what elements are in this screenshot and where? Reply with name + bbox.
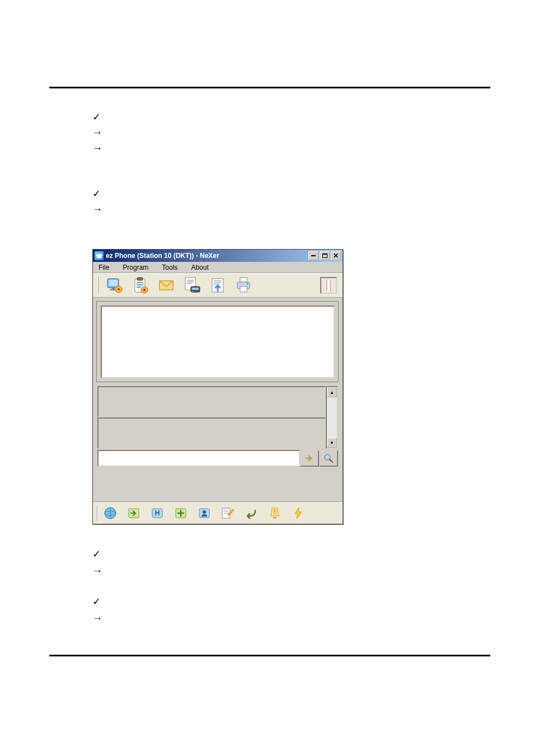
svg-point-5 xyxy=(118,288,120,290)
svg-rect-2 xyxy=(111,288,115,289)
svg-rect-24 xyxy=(240,278,247,282)
window-title: ez Phone (Station 10 (DKT)) - NeXer xyxy=(106,252,219,260)
bullet-check: ✓ xyxy=(92,546,102,562)
titlebar[interactable]: ☎ ez Phone (Station 10 (DKT)) - NeXer ✕ xyxy=(93,250,343,262)
svg-rect-21 xyxy=(214,280,222,281)
bottom-bullets-2: ✓ → xyxy=(92,593,102,627)
svg-rect-42 xyxy=(223,513,227,514)
top-bullets: ✓ → → xyxy=(92,109,102,156)
user-box-icon[interactable] xyxy=(194,504,215,522)
document-device-icon[interactable] xyxy=(180,275,204,295)
bell-alert-icon[interactable]: ! xyxy=(264,504,285,522)
mid-bullets: ✓ → xyxy=(92,186,102,217)
main-toolbar xyxy=(93,273,343,298)
globe-icon[interactable] xyxy=(100,504,121,522)
clipboard-settings-icon[interactable] xyxy=(129,275,152,295)
search-button[interactable] xyxy=(319,450,338,467)
menu-about[interactable]: About xyxy=(184,262,215,273)
record-button[interactable] xyxy=(320,277,337,294)
scroll-up-button[interactable]: ▲ xyxy=(327,387,337,397)
bullet-check: ✓ xyxy=(92,109,102,125)
svg-rect-15 xyxy=(187,281,194,283)
scroll-track[interactable] xyxy=(327,397,337,438)
svg-point-27 xyxy=(247,283,249,285)
forward-box-icon[interactable] xyxy=(123,504,144,522)
svg-rect-10 xyxy=(137,287,141,288)
app-icon: ☎ xyxy=(95,251,104,260)
scroll-down-button[interactable]: ▼ xyxy=(327,438,337,448)
svg-rect-7 xyxy=(137,278,143,280)
bottom-toolbar: H ! xyxy=(93,501,343,524)
minimize-button[interactable] xyxy=(308,251,318,260)
svg-rect-1 xyxy=(109,280,118,286)
document-up-icon[interactable] xyxy=(206,275,229,295)
svg-rect-16 xyxy=(187,283,191,284)
display-screen xyxy=(101,306,335,378)
monitor-settings-icon[interactable] xyxy=(103,275,127,295)
maximize-button[interactable] xyxy=(320,251,330,260)
printer-icon[interactable] xyxy=(232,275,255,295)
status-scrollbar[interactable]: ▲ ▼ xyxy=(326,386,338,449)
dial-input[interactable] xyxy=(97,450,300,467)
svg-text:H: H xyxy=(155,509,160,517)
display-frame xyxy=(96,301,339,383)
go-button[interactable] xyxy=(300,450,319,467)
svg-line-29 xyxy=(330,459,332,462)
input-row xyxy=(97,450,338,467)
svg-text:!: ! xyxy=(274,509,276,515)
menubar: File Program Tools About xyxy=(93,262,343,273)
toolbar-separator xyxy=(99,276,100,294)
svg-rect-41 xyxy=(223,511,229,512)
svg-rect-18 xyxy=(192,288,199,290)
bullet-arrow: → xyxy=(92,140,102,156)
mail-icon[interactable] xyxy=(154,275,178,295)
edit-paper-icon[interactable] xyxy=(217,504,238,522)
svg-rect-26 xyxy=(240,287,247,292)
close-button[interactable]: ✕ xyxy=(331,251,341,260)
svg-rect-9 xyxy=(137,284,143,285)
bullet-check: ✓ xyxy=(92,593,102,610)
bullet-arrow: → xyxy=(92,125,102,140)
svg-rect-22 xyxy=(214,282,222,283)
reply-arrow-icon[interactable] xyxy=(241,504,262,522)
status-row-2 xyxy=(97,417,326,449)
svg-rect-40 xyxy=(223,510,229,510)
toolbar-separator xyxy=(97,505,98,521)
svg-rect-8 xyxy=(137,282,143,283)
svg-point-38 xyxy=(203,510,206,514)
bullet-arrow: → xyxy=(92,201,102,217)
svg-rect-14 xyxy=(187,280,194,281)
bullet-arrow: → xyxy=(92,610,102,627)
page-bottom-rule xyxy=(49,655,490,656)
hold-icon[interactable]: H xyxy=(147,504,168,522)
app-window: ☎ ez Phone (Station 10 (DKT)) - NeXer ✕ … xyxy=(92,249,343,524)
bullet-check: ✓ xyxy=(92,186,102,201)
status-row-1 xyxy=(97,386,326,417)
status-panel: ▲ ▼ xyxy=(97,386,338,449)
menu-tools[interactable]: Tools xyxy=(155,262,184,273)
svg-rect-23 xyxy=(214,284,219,285)
plus-box-icon[interactable] xyxy=(170,504,191,522)
svg-point-19 xyxy=(192,291,193,292)
svg-point-12 xyxy=(143,289,146,291)
lightning-icon[interactable] xyxy=(288,504,309,522)
menu-file[interactable]: File xyxy=(95,262,116,273)
bullet-arrow: → xyxy=(92,562,102,579)
content-area: ▲ ▼ xyxy=(93,298,343,471)
bottom-bullets-1: ✓ → xyxy=(92,546,102,579)
menu-program[interactable]: Program xyxy=(116,262,155,273)
